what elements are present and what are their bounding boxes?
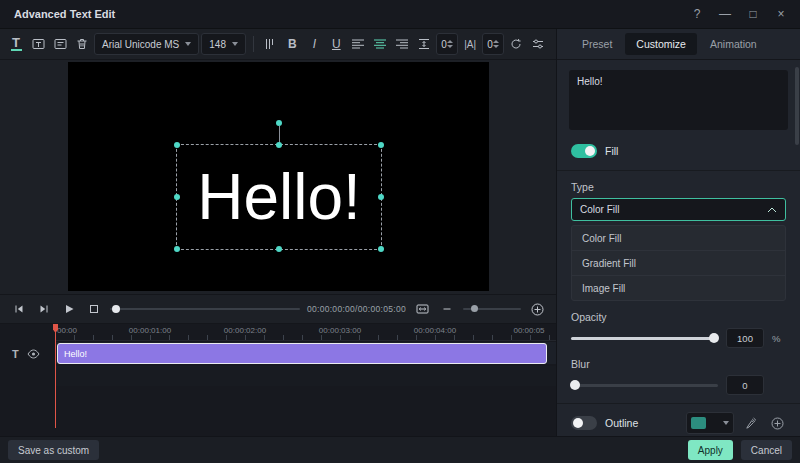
stop-icon[interactable]	[85, 300, 103, 318]
outline-color-swatch[interactable]	[686, 412, 734, 434]
resize-handle-middle-right[interactable]	[378, 194, 384, 200]
line-spacing-value: 0	[441, 39, 447, 50]
letter-spacing-input[interactable]: 0	[482, 33, 504, 55]
zoom-knob[interactable]	[471, 305, 478, 312]
letter-spacing-icon[interactable]: |A|	[460, 33, 480, 55]
advanced-settings-icon[interactable]	[528, 33, 548, 55]
timeline-ruler[interactable]: 00:00 00:00:01:00 00:00:02:00 00:00:03:0…	[55, 324, 556, 341]
add-outline-icon[interactable]	[768, 414, 786, 432]
fill-type-options: Color Fill Gradient Fill Image Fill	[571, 225, 786, 301]
titlebar: Advanced Text Edit ? — □ ×	[0, 0, 800, 29]
font-family-select[interactable]: Arial Unicode MS	[94, 33, 199, 55]
ruler-label: 00:00:05	[513, 326, 544, 335]
opacity-input[interactable]: 100	[726, 328, 764, 348]
letter-spacing-value: 0	[487, 39, 493, 50]
resize-handle-top-right[interactable]	[378, 142, 384, 148]
font-size-select[interactable]: 148	[201, 33, 246, 55]
chevron-up-icon	[767, 207, 777, 213]
chevron-down-icon	[232, 42, 238, 46]
align-right-icon[interactable]	[392, 33, 412, 55]
help-icon[interactable]: ?	[684, 4, 710, 24]
properties-panel: Preset Customize Animation Hello! Fill T…	[556, 29, 800, 436]
delete-icon[interactable]	[72, 33, 92, 55]
line-spacing-input[interactable]: 0	[436, 33, 458, 55]
panel-scrollbar[interactable]	[795, 67, 799, 145]
maximize-icon[interactable]: □	[740, 4, 766, 24]
playback-controls: 00:00:00:00/00:00:05:00	[0, 294, 556, 323]
tab-animation[interactable]: Animation	[699, 33, 768, 55]
blur-input[interactable]: 0	[726, 375, 764, 395]
blur-row: 0	[557, 375, 800, 395]
ruler-label: 00:00:03:00	[319, 326, 361, 335]
fill-section: Fill	[557, 138, 800, 171]
next-frame-icon[interactable]	[35, 300, 53, 318]
slider-knob[interactable]	[570, 380, 580, 390]
spinner-carets-icon[interactable]	[493, 40, 499, 48]
save-as-custom-button[interactable]: Save as custom	[8, 440, 99, 460]
align-center-icon[interactable]	[370, 33, 390, 55]
timecode: 00:00:00:00/00:00:05:00	[307, 304, 406, 314]
zoom-slider[interactable]	[463, 308, 521, 310]
italic-button[interactable]: I	[304, 33, 324, 55]
text-direction-icon[interactable]	[260, 33, 280, 55]
rotate-text-icon[interactable]	[506, 33, 526, 55]
seek-bar[interactable]	[110, 308, 300, 310]
play-icon[interactable]	[60, 300, 78, 318]
preview-area: Hello!	[0, 60, 556, 294]
cancel-button[interactable]: Cancel	[741, 440, 792, 460]
preview-canvas[interactable]: Hello!	[68, 62, 489, 291]
timeline-clip[interactable]: Hello!	[57, 343, 547, 364]
canvas-text[interactable]: Hello!	[177, 145, 381, 249]
fill-toggle[interactable]	[571, 144, 597, 158]
advanced-text-edit-window: Advanced Text Edit ? — □ × T Arial Unico…	[0, 0, 800, 463]
opacity-slider[interactable]	[571, 337, 718, 340]
rotate-handle[interactable]	[276, 120, 282, 126]
bold-button[interactable]: B	[282, 33, 302, 55]
track-row	[55, 366, 556, 386]
tab-preset[interactable]: Preset	[571, 33, 623, 55]
footer: Save as custom Apply Cancel	[0, 436, 800, 463]
close-icon[interactable]: ×	[768, 4, 794, 24]
minimize-icon[interactable]: —	[712, 4, 738, 24]
playhead-line[interactable]	[55, 324, 56, 428]
seek-knob[interactable]	[112, 305, 120, 313]
option-gradient-fill[interactable]: Gradient Fill	[572, 250, 785, 275]
align-left-icon[interactable]	[348, 33, 368, 55]
apply-button[interactable]: Apply	[688, 440, 733, 460]
text-tool-glyph: T	[12, 37, 20, 48]
chevron-down-icon	[185, 42, 191, 46]
vertical-align-icon[interactable]	[414, 33, 434, 55]
visibility-eye-icon[interactable]	[27, 349, 40, 359]
text-selection-box[interactable]: Hello!	[176, 144, 382, 250]
resize-handle-bottom-right[interactable]	[378, 246, 384, 252]
eyedropper-icon[interactable]	[742, 414, 760, 432]
underline-button[interactable]: U	[326, 33, 346, 55]
ruler-label: 00:00	[57, 326, 77, 335]
color-swatch	[691, 417, 706, 429]
text-content-input[interactable]: Hello!	[569, 70, 788, 130]
add-textbox-icon[interactable]	[28, 33, 48, 55]
option-color-fill[interactable]: Color Fill	[572, 226, 785, 250]
outline-toggle[interactable]	[571, 416, 597, 430]
fit-to-window-icon[interactable]	[413, 300, 431, 318]
blur-label: Blur	[571, 358, 786, 370]
slider-knob[interactable]	[709, 333, 719, 343]
zoom-out-icon[interactable]	[438, 300, 456, 318]
panel-tabs: Preset Customize Animation	[557, 29, 800, 60]
fill-type-select[interactable]: Color Fill	[571, 198, 786, 221]
zoom-in-icon[interactable]	[528, 300, 546, 318]
text-style-icon[interactable]	[50, 33, 70, 55]
previous-frame-icon[interactable]	[10, 300, 28, 318]
spinner-carets-icon[interactable]	[447, 40, 453, 48]
resize-handle-middle-left[interactable]	[174, 194, 180, 200]
tab-customize[interactable]: Customize	[625, 33, 697, 55]
option-image-fill[interactable]: Image Fill	[572, 275, 785, 300]
resize-handle-bottom-middle[interactable]	[276, 246, 282, 252]
blur-slider[interactable]	[571, 384, 718, 387]
text-tool-icon[interactable]: T	[6, 33, 26, 55]
resize-handle-top-middle[interactable]	[276, 142, 282, 148]
outline-section: Outline	[557, 403, 800, 436]
resize-handle-bottom-left[interactable]	[174, 246, 180, 252]
clip-label: Hello!	[64, 349, 87, 359]
resize-handle-top-left[interactable]	[174, 142, 180, 148]
